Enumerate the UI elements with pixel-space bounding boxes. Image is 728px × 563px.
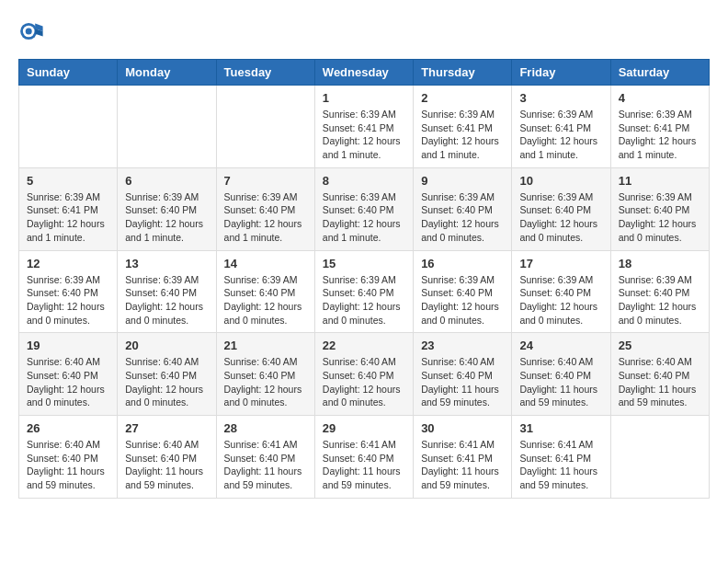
weekday-header-wednesday: Wednesday [314,60,413,86]
day-number: 25 [619,339,701,352]
day-number: 18 [619,257,701,270]
calendar-day-29: 29Sunrise: 6:41 AM Sunset: 6:40 PM Dayli… [314,416,413,499]
calendar-day-19: 19Sunrise: 6:40 AM Sunset: 6:40 PM Dayli… [19,333,118,416]
calendar-day-31: 31Sunrise: 6:41 AM Sunset: 6:41 PM Dayli… [512,416,610,499]
calendar-week-row: 26Sunrise: 6:40 AM Sunset: 6:40 PM Dayli… [19,416,710,499]
day-number: 29 [323,421,405,435]
day-info: Sunrise: 6:39 AM Sunset: 6:40 PM Dayligh… [519,273,602,327]
calendar-day-16: 16Sunrise: 6:39 AM Sunset: 6:40 PM Dayli… [414,250,512,333]
calendar-day-3: 3Sunrise: 6:39 AM Sunset: 6:41 PM Daylig… [512,86,610,168]
calendar-day-26: 26Sunrise: 6:40 AM Sunset: 6:40 PM Dayli… [19,416,118,499]
day-info: Sunrise: 6:39 AM Sunset: 6:41 PM Dayligh… [27,190,109,245]
day-number: 24 [519,339,602,352]
day-number: 26 [27,421,109,435]
day-info: Sunrise: 6:39 AM Sunset: 6:40 PM Dayligh… [519,190,602,245]
day-number: 10 [519,174,602,188]
day-number: 15 [323,257,405,270]
day-info: Sunrise: 6:40 AM Sunset: 6:40 PM Dayligh… [421,355,504,409]
calendar-day-20: 20Sunrise: 6:40 AM Sunset: 6:40 PM Dayli… [118,333,216,416]
calendar-day-24: 24Sunrise: 6:40 AM Sunset: 6:40 PM Dayli… [512,333,610,416]
day-number: 20 [125,339,208,352]
day-info: Sunrise: 6:40 AM Sunset: 6:40 PM Dayligh… [323,355,405,409]
calendar-day-22: 22Sunrise: 6:40 AM Sunset: 6:40 PM Dayli… [314,333,413,416]
calendar-day-8: 8Sunrise: 6:39 AM Sunset: 6:40 PM Daylig… [314,167,413,250]
empty-day-cell [610,416,709,499]
day-number: 22 [323,339,405,352]
logo [18,18,48,44]
day-info: Sunrise: 6:40 AM Sunset: 6:40 PM Dayligh… [125,355,208,409]
day-info: Sunrise: 6:39 AM Sunset: 6:41 PM Dayligh… [421,108,504,162]
weekday-header-row: SundayMondayTuesdayWednesdayThursdayFrid… [19,60,710,86]
calendar-day-7: 7Sunrise: 6:39 AM Sunset: 6:40 PM Daylig… [216,167,314,250]
day-number: 16 [421,257,504,270]
calendar-day-4: 4Sunrise: 6:39 AM Sunset: 6:41 PM Daylig… [610,86,709,168]
weekday-header-monday: Monday [118,60,216,86]
calendar-week-row: 5Sunrise: 6:39 AM Sunset: 6:41 PM Daylig… [19,167,710,250]
day-info: Sunrise: 6:41 AM Sunset: 6:41 PM Dayligh… [421,438,504,492]
empty-day-cell [216,86,314,168]
day-number: 3 [519,91,602,105]
day-number: 14 [224,257,307,270]
day-info: Sunrise: 6:39 AM Sunset: 6:40 PM Dayligh… [421,273,504,327]
day-number: 9 [421,174,504,188]
calendar-body: 1Sunrise: 6:39 AM Sunset: 6:41 PM Daylig… [19,86,710,499]
calendar-day-5: 5Sunrise: 6:39 AM Sunset: 6:41 PM Daylig… [19,167,118,250]
day-info: Sunrise: 6:39 AM Sunset: 6:40 PM Dayligh… [323,273,405,327]
day-info: Sunrise: 6:40 AM Sunset: 6:40 PM Dayligh… [224,355,307,409]
calendar-header: SundayMondayTuesdayWednesdayThursdayFrid… [19,60,710,86]
calendar-day-14: 14Sunrise: 6:39 AM Sunset: 6:40 PM Dayli… [216,250,314,333]
day-info: Sunrise: 6:39 AM Sunset: 6:40 PM Dayligh… [224,190,307,245]
calendar-day-23: 23Sunrise: 6:40 AM Sunset: 6:40 PM Dayli… [414,333,512,416]
calendar-day-21: 21Sunrise: 6:40 AM Sunset: 6:40 PM Dayli… [216,333,314,416]
day-info: Sunrise: 6:41 AM Sunset: 6:40 PM Dayligh… [323,438,405,492]
day-number: 7 [224,174,307,188]
weekday-header-thursday: Thursday [414,60,512,86]
empty-day-cell [118,86,216,168]
day-info: Sunrise: 6:39 AM Sunset: 6:41 PM Dayligh… [519,108,602,162]
calendar-day-17: 17Sunrise: 6:39 AM Sunset: 6:40 PM Dayli… [512,250,610,333]
day-info: Sunrise: 6:39 AM Sunset: 6:40 PM Dayligh… [619,273,701,327]
calendar-week-row: 1Sunrise: 6:39 AM Sunset: 6:41 PM Daylig… [19,86,710,168]
calendar-table: SundayMondayTuesdayWednesdayThursdayFrid… [18,59,710,499]
day-info: Sunrise: 6:40 AM Sunset: 6:40 PM Dayligh… [519,355,602,409]
day-info: Sunrise: 6:41 AM Sunset: 6:41 PM Dayligh… [519,438,602,492]
calendar-week-row: 12Sunrise: 6:39 AM Sunset: 6:40 PM Dayli… [19,250,710,333]
calendar-day-25: 25Sunrise: 6:40 AM Sunset: 6:40 PM Dayli… [610,333,709,416]
day-number: 12 [27,257,109,270]
day-number: 31 [519,421,602,435]
calendar-day-2: 2Sunrise: 6:39 AM Sunset: 6:41 PM Daylig… [414,86,512,168]
day-number: 13 [125,257,208,270]
weekday-header-saturday: Saturday [610,60,709,86]
day-info: Sunrise: 6:40 AM Sunset: 6:40 PM Dayligh… [619,355,701,409]
day-number: 4 [619,91,701,105]
calendar-day-9: 9Sunrise: 6:39 AM Sunset: 6:40 PM Daylig… [414,167,512,250]
day-number: 6 [125,174,208,188]
day-number: 19 [27,339,109,352]
day-number: 28 [224,421,307,435]
day-info: Sunrise: 6:40 AM Sunset: 6:40 PM Dayligh… [125,438,208,492]
logo-icon [18,18,44,44]
empty-day-cell [19,86,118,168]
calendar-day-28: 28Sunrise: 6:41 AM Sunset: 6:40 PM Dayli… [216,416,314,499]
day-info: Sunrise: 6:40 AM Sunset: 6:40 PM Dayligh… [27,438,109,492]
weekday-header-tuesday: Tuesday [216,60,314,86]
calendar-day-12: 12Sunrise: 6:39 AM Sunset: 6:40 PM Dayli… [19,250,118,333]
day-number: 21 [224,339,307,352]
day-info: Sunrise: 6:39 AM Sunset: 6:40 PM Dayligh… [421,190,504,245]
day-number: 8 [323,174,405,188]
day-info: Sunrise: 6:39 AM Sunset: 6:40 PM Dayligh… [125,273,208,327]
day-info: Sunrise: 6:39 AM Sunset: 6:40 PM Dayligh… [125,190,208,245]
day-number: 5 [27,174,109,188]
calendar-day-27: 27Sunrise: 6:40 AM Sunset: 6:40 PM Dayli… [118,416,216,499]
calendar-day-1: 1Sunrise: 6:39 AM Sunset: 6:41 PM Daylig… [314,86,413,168]
day-info: Sunrise: 6:39 AM Sunset: 6:41 PM Dayligh… [323,108,405,162]
day-info: Sunrise: 6:39 AM Sunset: 6:40 PM Dayligh… [224,273,307,327]
weekday-header-sunday: Sunday [19,60,118,86]
calendar-day-11: 11Sunrise: 6:39 AM Sunset: 6:40 PM Dayli… [610,167,709,250]
weekday-header-friday: Friday [512,60,610,86]
day-number: 17 [519,257,602,270]
day-info: Sunrise: 6:39 AM Sunset: 6:41 PM Dayligh… [619,108,701,162]
day-info: Sunrise: 6:40 AM Sunset: 6:40 PM Dayligh… [27,355,109,409]
page-header [18,18,710,44]
day-info: Sunrise: 6:39 AM Sunset: 6:40 PM Dayligh… [323,190,405,245]
